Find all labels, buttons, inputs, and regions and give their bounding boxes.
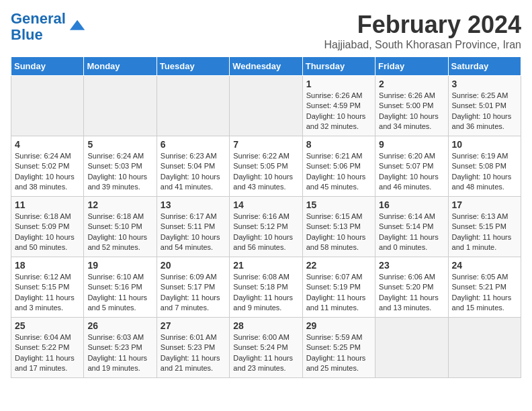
calendar-cell: 13Sunrise: 6:17 AM Sunset: 5:11 PM Dayli… [157, 197, 229, 257]
day-info: Sunrise: 6:26 AM Sunset: 5:00 PM Dayligh… [379, 91, 444, 132]
day-number: 5 [87, 139, 152, 150]
calendar-table: SundayMondayTuesdayWednesdayThursdayFrid… [11, 56, 521, 378]
calendar-cell: 8Sunrise: 6:21 AM Sunset: 5:06 PM Daylig… [302, 136, 375, 197]
week-row-1: 4Sunrise: 6:24 AM Sunset: 5:02 PM Daylig… [11, 136, 521, 197]
calendar-cell: 10Sunrise: 6:19 AM Sunset: 5:08 PM Dayli… [448, 136, 521, 197]
day-info: Sunrise: 6:18 AM Sunset: 5:10 PM Dayligh… [87, 212, 152, 253]
calendar-cell: 29Sunrise: 5:59 AM Sunset: 5:25 PM Dayli… [302, 318, 375, 378]
day-info: Sunrise: 6:14 AM Sunset: 5:14 PM Dayligh… [379, 212, 444, 253]
day-number: 12 [87, 199, 152, 210]
day-number: 23 [379, 260, 444, 271]
day-number: 18 [15, 260, 80, 271]
day-info: Sunrise: 6:03 AM Sunset: 5:23 PM Dayligh… [87, 332, 152, 374]
day-info: Sunrise: 6:09 AM Sunset: 5:17 PM Dayligh… [161, 272, 226, 314]
calendar-cell: 19Sunrise: 6:10 AM Sunset: 5:16 PM Dayli… [84, 257, 157, 318]
calendar-cell: 16Sunrise: 6:14 AM Sunset: 5:14 PM Dayli… [375, 197, 448, 257]
day-info: Sunrise: 6:18 AM Sunset: 5:09 PM Dayligh… [15, 212, 80, 253]
logo-line2: Blue [11, 26, 43, 43]
calendar-cell: 6Sunrise: 6:23 AM Sunset: 5:04 PM Daylig… [157, 136, 229, 197]
day-number: 14 [233, 199, 298, 210]
day-info: Sunrise: 6:26 AM Sunset: 4:59 PM Dayligh… [306, 91, 371, 132]
day-number: 10 [452, 139, 517, 150]
day-info: Sunrise: 6:16 AM Sunset: 5:12 PM Dayligh… [233, 212, 298, 253]
day-info: Sunrise: 6:24 AM Sunset: 5:03 PM Dayligh… [87, 151, 152, 193]
week-row-0: 1Sunrise: 6:26 AM Sunset: 4:59 PM Daylig… [11, 76, 521, 136]
calendar-body: 1Sunrise: 6:26 AM Sunset: 4:59 PM Daylig… [11, 76, 521, 378]
day-info: Sunrise: 6:25 AM Sunset: 5:01 PM Dayligh… [452, 91, 517, 132]
week-row-3: 18Sunrise: 6:12 AM Sunset: 5:15 PM Dayli… [11, 257, 521, 318]
day-info: Sunrise: 6:06 AM Sunset: 5:20 PM Dayligh… [379, 272, 444, 314]
day-info: Sunrise: 6:24 AM Sunset: 5:02 PM Dayligh… [15, 151, 80, 193]
day-number: 17 [452, 199, 517, 210]
day-number: 16 [379, 199, 444, 210]
calendar-cell: 22Sunrise: 6:07 AM Sunset: 5:19 PM Dayli… [302, 257, 375, 318]
calendar-cell: 1Sunrise: 6:26 AM Sunset: 4:59 PM Daylig… [302, 76, 375, 136]
day-info: Sunrise: 5:59 AM Sunset: 5:25 PM Dayligh… [306, 332, 371, 374]
calendar-cell: 12Sunrise: 6:18 AM Sunset: 5:10 PM Dayli… [84, 197, 157, 257]
calendar-cell: 21Sunrise: 6:08 AM Sunset: 5:18 PM Dayli… [230, 257, 302, 318]
day-number: 8 [306, 139, 371, 150]
calendar-cell: 9Sunrise: 6:20 AM Sunset: 5:07 PM Daylig… [375, 136, 448, 197]
calendar-cell: 18Sunrise: 6:12 AM Sunset: 5:15 PM Dayli… [11, 257, 84, 318]
day-info: Sunrise: 6:05 AM Sunset: 5:21 PM Dayligh… [452, 272, 517, 314]
day-info: Sunrise: 6:17 AM Sunset: 5:11 PM Dayligh… [161, 212, 226, 253]
calendar-cell [375, 318, 448, 378]
calendar-cell: 15Sunrise: 6:15 AM Sunset: 5:13 PM Dayli… [302, 197, 375, 257]
day-number: 27 [161, 320, 226, 331]
calendar-cell [84, 76, 157, 136]
header-cell-wednesday: Wednesday [230, 57, 302, 76]
day-info: Sunrise: 6:13 AM Sunset: 5:15 PM Dayligh… [452, 212, 517, 253]
calendar-cell: 2Sunrise: 6:26 AM Sunset: 5:00 PM Daylig… [375, 76, 448, 136]
day-number: 1 [306, 79, 371, 89]
calendar-cell: 25Sunrise: 6:04 AM Sunset: 5:22 PM Dayli… [11, 318, 84, 378]
day-number: 24 [452, 260, 517, 271]
page-header: General Blue February 2024 Hajjiabad, So… [11, 11, 521, 51]
calendar-cell [157, 76, 229, 136]
day-number: 2 [379, 79, 444, 89]
day-info: Sunrise: 6:15 AM Sunset: 5:13 PM Dayligh… [306, 212, 371, 253]
calendar-cell [230, 76, 302, 136]
header-cell-tuesday: Tuesday [157, 57, 229, 76]
title-block: February 2024 Hajjiabad, South Khorasan … [324, 11, 521, 51]
header-cell-saturday: Saturday [448, 57, 521, 76]
location: Hajjiabad, South Khorasan Province, Iran [324, 39, 521, 51]
day-number: 25 [15, 320, 80, 331]
calendar-cell: 5Sunrise: 6:24 AM Sunset: 5:03 PM Daylig… [84, 136, 157, 197]
calendar-cell: 26Sunrise: 6:03 AM Sunset: 5:23 PM Dayli… [84, 318, 157, 378]
calendar-cell: 14Sunrise: 6:16 AM Sunset: 5:12 PM Dayli… [230, 197, 302, 257]
day-info: Sunrise: 6:01 AM Sunset: 5:23 PM Dayligh… [161, 332, 226, 374]
calendar-cell [448, 318, 521, 378]
day-number: 19 [87, 260, 152, 271]
day-number: 21 [233, 260, 298, 271]
calendar-cell [11, 76, 84, 136]
calendar-cell: 17Sunrise: 6:13 AM Sunset: 5:15 PM Dayli… [448, 197, 521, 257]
calendar-cell: 11Sunrise: 6:18 AM Sunset: 5:09 PM Dayli… [11, 197, 84, 257]
day-number: 28 [233, 320, 298, 331]
day-number: 22 [306, 260, 371, 271]
day-info: Sunrise: 6:04 AM Sunset: 5:22 PM Dayligh… [15, 332, 80, 374]
day-number: 6 [161, 139, 226, 150]
logo-line1: General [11, 10, 66, 27]
logo-icon [69, 17, 87, 36]
calendar-cell: 23Sunrise: 6:06 AM Sunset: 5:20 PM Dayli… [375, 257, 448, 318]
calendar-cell: 27Sunrise: 6:01 AM Sunset: 5:23 PM Dayli… [157, 318, 229, 378]
svg-marker-0 [70, 20, 85, 30]
day-number: 4 [15, 139, 80, 150]
header-row: SundayMondayTuesdayWednesdayThursdayFrid… [11, 57, 521, 76]
logo: General Blue [11, 11, 87, 43]
day-info: Sunrise: 6:20 AM Sunset: 5:07 PM Dayligh… [379, 151, 444, 193]
calendar-header: SundayMondayTuesdayWednesdayThursdayFrid… [11, 57, 521, 76]
header-cell-sunday: Sunday [11, 57, 84, 76]
day-number: 11 [15, 199, 80, 210]
header-cell-monday: Monday [84, 57, 157, 76]
day-info: Sunrise: 6:12 AM Sunset: 5:15 PM Dayligh… [15, 272, 80, 314]
day-info: Sunrise: 6:00 AM Sunset: 5:24 PM Dayligh… [233, 332, 298, 374]
header-cell-thursday: Thursday [302, 57, 375, 76]
day-info: Sunrise: 6:10 AM Sunset: 5:16 PM Dayligh… [87, 272, 152, 314]
day-number: 20 [161, 260, 226, 271]
day-info: Sunrise: 6:07 AM Sunset: 5:19 PM Dayligh… [306, 272, 371, 314]
day-info: Sunrise: 6:21 AM Sunset: 5:06 PM Dayligh… [306, 151, 371, 193]
day-info: Sunrise: 6:08 AM Sunset: 5:18 PM Dayligh… [233, 272, 298, 314]
day-number: 26 [87, 320, 152, 331]
day-info: Sunrise: 6:22 AM Sunset: 5:05 PM Dayligh… [233, 151, 298, 193]
